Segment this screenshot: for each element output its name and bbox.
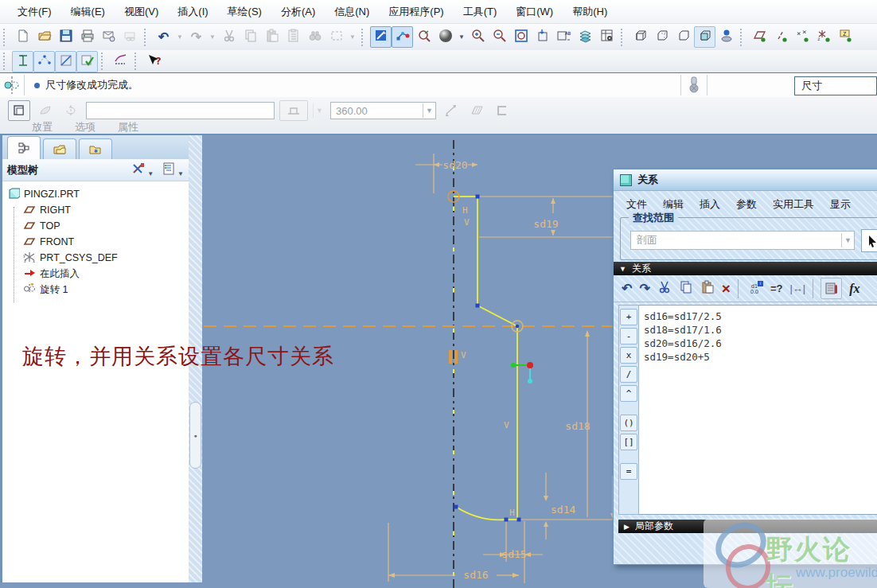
save-button[interactable] [55,26,76,48]
verify-button[interactable] [76,51,98,72]
menu-file[interactable]: 文件(F) [8,2,61,22]
sketch-orientation-button[interactable] [370,26,392,48]
toolbar-grip[interactable] [3,29,9,46]
sketcher-diagnostics-button[interactable] [110,51,131,72]
dim-label-sd18[interactable]: sd18 [565,420,590,432]
relation-line[interactable]: sd20=sd16/2.6 [644,337,877,350]
new-button[interactable] [12,26,33,48]
dlg-menu-show[interactable]: 显示 [830,197,851,212]
dim-display-button[interactable] [12,51,33,72]
tree-row-front[interactable]: FRONT [2,234,189,250]
op-multiply-button[interactable]: x [620,347,637,364]
op-divide-button[interactable]: / [620,366,637,383]
toolbar-grip[interactable] [3,53,9,70]
undo-button[interactable]: ↶ [153,26,174,48]
menu-window[interactable]: 窗口(W) [506,2,563,22]
toggle-dim-values-icon[interactable]: id10.0 [746,283,763,294]
tab-favorites[interactable]: ✱ [79,138,112,159]
plane-display-button[interactable] [749,26,770,48]
hidden-line-button[interactable] [651,26,672,48]
axis-display-button[interactable] [770,26,792,48]
annotation-display-button[interactable]: Z [835,26,856,48]
relations-text-area[interactable]: sd16=sd17/2.5 sd18=sd17/1.6 sd20=sd16/2.… [639,305,877,515]
zoom-out-button[interactable] [489,26,510,48]
saved-views-button[interactable]: AB [553,26,575,48]
dlg-menu-utilities[interactable]: 实用工具 [773,197,814,212]
units-icon[interactable]: |↔| [789,282,805,294]
tree-row-top[interactable]: TOP [2,218,189,234]
relation-line[interactable]: sd16=sd17/2.5 [644,310,877,323]
splitter-handle[interactable]: ● [189,402,201,469]
relations-section-bar[interactable]: ▼ 关系 [614,262,877,275]
tab-properties[interactable]: 属性 [118,120,138,134]
axis-input[interactable] [86,102,275,119]
layers-button[interactable] [575,26,596,48]
reorient-button[interactable] [532,26,553,48]
menu-applications[interactable]: 应用程序(P) [379,2,453,22]
dialog-title-bar[interactable]: 关系 [614,169,877,191]
tab-layers[interactable] [43,138,76,159]
tree-row-insert-here[interactable]: 在此插入 [2,266,189,282]
chevron-down-icon[interactable]: ▼ [423,103,435,118]
dims-filter-box[interactable]: 尺寸 [794,76,877,95]
zoom-in-button[interactable] [467,26,489,48]
pin-icon[interactable] [688,76,700,97]
toolbar-grip[interactable] [134,53,140,70]
analysis-button[interactable] [413,26,435,48]
op-equals-button[interactable]: = [620,463,637,480]
sort-relations-button[interactable] [820,278,842,299]
dim-label-sd15[interactable]: sd15 [501,548,526,560]
look-in-combo[interactable]: 剖面 ▼ [630,231,855,250]
paste-icon[interactable] [700,280,715,297]
tree-columns-button[interactable] [596,26,618,48]
menu-tools[interactable]: 工具(T) [454,2,507,22]
angle-value-combo[interactable]: 360.00 ▼ [330,102,436,119]
sphere-dropdown[interactable]: ▼ [456,26,467,48]
erase-button[interactable] [98,26,119,48]
toolbar-grip[interactable] [101,53,107,70]
toolbar-grip[interactable] [144,29,150,46]
shaded-sphere-button[interactable] [435,26,456,48]
point-display-button[interactable]: ×× [792,26,813,48]
select-items-button[interactable] [861,229,877,252]
op-paren-button[interactable]: () [620,415,637,431]
menu-edit[interactable]: 编辑(E) [61,2,115,22]
tab-placement[interactable]: 放置 [32,120,53,134]
shaded-button[interactable] [694,26,715,48]
delete-icon[interactable]: × [722,281,731,296]
toolbar-grip[interactable] [361,29,367,46]
dlg-menu-parameters[interactable]: 参数 [736,197,757,212]
relation-line[interactable]: sd18=sd17/1.6 [644,323,877,337]
copy-icon[interactable] [679,280,693,297]
dim-label-sd14[interactable]: sd14 [551,504,575,516]
toolbar-grip[interactable] [621,29,626,46]
op-plus-button[interactable]: + [620,309,637,325]
redo-icon[interactable]: ↷ [639,282,649,295]
tree-row-right[interactable]: RIGHT [2,202,189,218]
dim-label-sd19[interactable]: sd19 [533,218,558,230]
tree-settings-button[interactable]: ▼ [162,162,184,178]
no-hidden-button[interactable] [672,26,694,48]
op-minus-button[interactable]: - [620,328,637,345]
menu-sketch[interactable]: 草绘(S) [218,2,271,22]
toolbar-grip[interactable] [740,29,746,46]
tree-row-revolve[interactable]: * 旋转 1 [2,282,189,298]
op-bracket-button[interactable]: [] [620,434,637,450]
drag-handle-triad[interactable] [511,362,533,384]
cut-icon[interactable] [657,280,672,297]
undo-dropdown[interactable]: ▼ [174,26,185,48]
refit-button[interactable] [510,26,532,48]
print-button[interactable] [76,26,98,48]
open-button[interactable] [33,26,55,48]
dim-label-sd16[interactable]: sd16 [463,569,488,581]
dim-label-sd20[interactable]: sd20 [442,159,467,171]
dlg-menu-edit[interactable]: 编辑 [663,197,684,212]
wireframe-button[interactable] [629,26,651,48]
csys-display-button[interactable]: z [813,26,835,48]
fx-functions-icon[interactable]: fx [849,282,859,296]
menu-insert[interactable]: 插入(I) [168,2,217,22]
tree-row-root[interactable]: PINGZI.PRT [2,186,189,202]
menu-analysis[interactable]: 分析(A) [271,2,325,22]
undo-icon[interactable]: ↶ [622,282,632,295]
menu-view[interactable]: 视图(V) [115,2,168,22]
